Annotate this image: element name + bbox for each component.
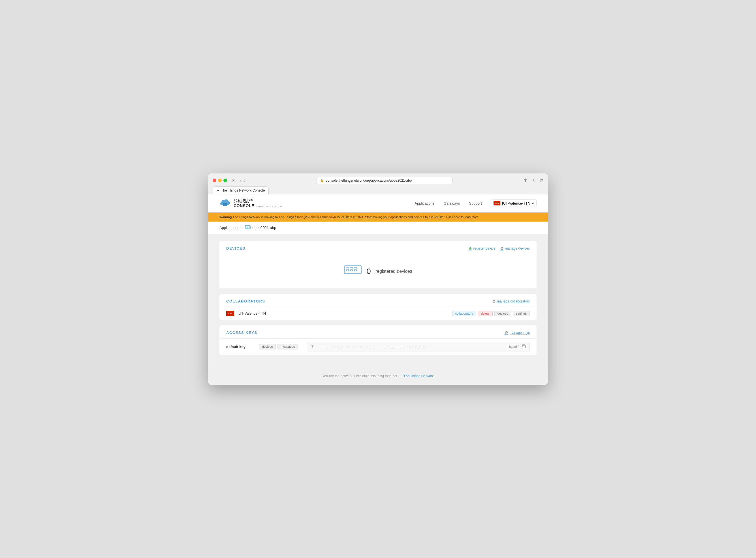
devices-section: DEVICES ⊕ register device ⚙ manage devic… [219,241,537,288]
devices-actions: ⊕ register device ⚙ manage devices [469,246,530,251]
page-footer: You are the network. Let's build this th… [208,367,548,385]
svg-rect-12 [348,270,349,271]
main-content: DEVICES ⊕ register device ⚙ manage devic… [208,234,548,367]
footer-ttn-link[interactable]: The Things Network [404,374,434,378]
address-bar-container: 🔒 console.thethingsnetwork.org/applicati… [250,177,519,184]
tab-icon: ☁ [216,188,219,192]
key-dots: · · · · · · · · · · · · · · · · · · · · … [317,345,507,348]
forward-button[interactable]: › [244,177,245,183]
svg-rect-9 [350,268,353,270]
site-header: THE THINGSNETWORK CONSOLE COMMUNITY EDIT… [208,195,548,212]
manage-keys-gear-icon: ⚙ [505,330,508,335]
svg-rect-0 [223,203,227,206]
collaborators-section: COLLABORATORS ⚙ manage collaborators iUT… [219,294,537,320]
active-tab[interactable]: ☁ The Things Network Console [213,186,269,194]
collab-avatar-text: iUTA [228,313,232,314]
svg-rect-4 [246,226,250,228]
browser-window: ⊡ ‹ › 🔒 console.thethingsnetwork.org/app… [208,174,548,385]
key-tag-messages[interactable]: messages [277,344,298,350]
tag-delete[interactable]: delete [478,311,493,316]
user-menu-chevron: ▾ [532,201,534,205]
ttn-logo-icon [219,199,231,207]
access-keys-section: ACCESS KEYS ⚙ manage keys default key de… [219,325,537,355]
manage-devices-link[interactable]: ⚙ manage devices [500,246,530,251]
access-keys-header: ACCESS KEYS ⚙ manage keys [219,325,537,339]
access-key-row: default key devices messages 👁 · · · · ·… [219,339,537,355]
page-content: THE THINGSNETWORK CONSOLE COMMUNITY EDIT… [208,195,548,385]
manage-keys-link[interactable]: ⚙ manage keys [505,330,530,335]
show-key-icon[interactable]: 👁 [311,345,315,349]
svg-rect-15 [354,270,355,271]
maximize-button[interactable] [223,179,227,182]
collaborator-info: iUTA IUT-Valence-TTN [226,311,266,316]
logo-area: THE THINGSNETWORK CONSOLE COMMUNITY EDIT… [219,199,415,208]
svg-rect-10 [354,268,357,270]
svg-rect-13 [350,270,351,271]
svg-rect-8 [346,268,349,270]
tab-bar: ☁ The Things Network Console [208,186,548,194]
warning-banner[interactable]: Warning The Things Network is moving to … [208,212,548,222]
site-nav: Applications Gateways Support iUTA IUT-V… [415,200,537,207]
breadcrumb-app-name: ubpe2021-abp [252,226,276,230]
device-label: registered devices [375,269,412,274]
svg-rect-1 [224,204,224,204]
lock-icon: 🔒 [320,179,324,182]
manage-collabs-gear-icon: ⚙ [492,299,496,304]
key-format: base64 [509,345,519,348]
collaborators-actions: ⚙ manage collaborators [492,299,530,304]
svg-rect-17 [523,346,526,348]
collaborators-header: COLLABORATORS ⚙ manage collaborators [219,294,537,307]
browser-chrome: ⊡ ‹ › 🔒 console.thethingsnetwork.org/app… [208,174,548,195]
breadcrumb-applications[interactable]: Applications [219,226,239,230]
collaborators-title: COLLABORATORS [226,299,265,303]
svg-rect-2 [226,204,226,204]
minimize-button[interactable] [218,179,222,182]
share-icon[interactable]: ⬆ [523,177,528,184]
logo-edition-text: COMMUNITY EDITION [257,205,282,207]
manage-devices-gear-icon: ⚙ [500,246,504,251]
title-bar: ⊡ ‹ › 🔒 console.thethingsnetwork.org/app… [208,174,548,186]
user-menu[interactable]: iUTA IUT-Valence-TTN ▾ [491,200,537,207]
nav-support[interactable]: Support [469,201,482,205]
breadcrumb-current: ubpe2021-abp [245,225,276,231]
register-device-link[interactable]: ⊕ register device [469,246,495,251]
back-button[interactable]: ‹ [240,177,242,183]
register-plus-icon: ⊕ [469,246,472,251]
tag-devices[interactable]: devices [494,311,511,316]
copy-key-icon[interactable] [521,344,526,350]
access-keys-title: ACCESS KEYS [226,330,258,335]
logo-ttn-text: THE THINGSNETWORK [234,199,282,204]
tag-collaborators[interactable]: collaborators [452,311,476,316]
close-button[interactable] [213,179,216,182]
devices-empty-state: 0 registered devices [219,254,537,288]
tag-settings[interactable]: settings [513,311,530,316]
footer-text: You are the network. Let's build this th… [322,374,403,378]
device-count: 0 [366,267,371,276]
key-value-area: 👁 · · · · · · · · · · · · · · · · · · · … [307,342,530,351]
tab-title: The Things Network Console [221,188,265,193]
warning-message: The Things Network is moving to The Thin… [233,215,479,219]
app-icon [245,225,250,231]
address-bar[interactable]: 🔒 console.thethingsnetwork.org/applicati… [317,177,453,184]
sidebar-toggle-icon[interactable]: ⊡ [231,178,235,183]
svg-rect-16 [356,270,357,271]
svg-rect-11 [346,270,347,271]
user-avatar: iUTA [493,201,500,205]
logo-console-text: CONSOLE [234,204,254,208]
breadcrumb-separator: › [242,226,243,230]
tabs-overview-icon[interactable]: ⧉ [540,177,543,184]
key-tag-devices[interactable]: devices [259,344,276,350]
svg-rect-14 [352,270,353,271]
nav-gateways[interactable]: Gateways [443,201,460,205]
devices-title: DEVICES [226,246,245,250]
manage-collaborators-link[interactable]: ⚙ manage collaborators [492,299,530,304]
key-name: default key [226,345,254,349]
svg-rect-7 [344,266,361,274]
device-illustration-icon [344,263,362,279]
url-text: console.thethingsnetwork.org/application… [326,179,412,182]
traffic-lights [213,179,227,182]
new-tab-icon[interactable]: + [532,177,535,184]
nav-applications[interactable]: Applications [415,201,434,205]
access-keys-actions: ⚙ manage keys [505,330,530,335]
user-name: IUT-Valence-TTN [502,201,530,205]
